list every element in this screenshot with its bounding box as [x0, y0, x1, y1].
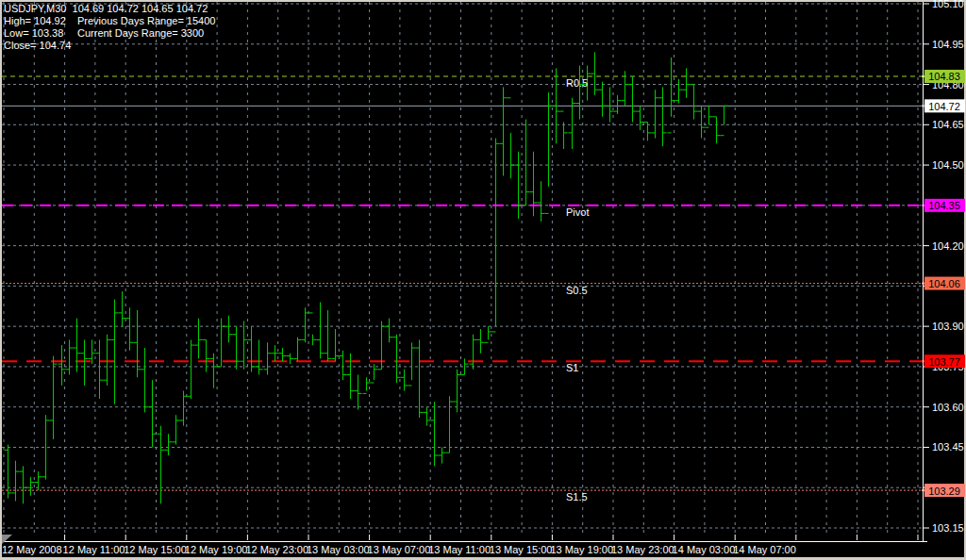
ohlc-bar: [233, 326, 241, 370]
current-days-range: Current Days Range= 3300: [77, 27, 204, 40]
price-tick-label: 103.45: [932, 441, 964, 453]
ohlc-bar: [408, 342, 416, 386]
ohlc-bar: [325, 310, 332, 361]
ohlc-bar: [188, 339, 195, 399]
ohlc-bar: [515, 152, 523, 219]
ohlc-bar: [126, 307, 134, 351]
time-tick-label: 12 May 11:00: [63, 544, 125, 555]
time-tick-label: 12 May 15:00: [124, 544, 187, 555]
price-bars-layer: [5, 52, 728, 503]
ohlc-bar: [104, 335, 111, 386]
ohlc-bar: [241, 321, 248, 370]
ohlc-bar: [454, 370, 461, 413]
time-tick-label: 13 May 07:00: [368, 544, 431, 555]
ohlc-bar: [500, 87, 508, 175]
info-panel: USDJPY,M30 104.69 104.72 104.65 104.72 H…: [4, 3, 208, 52]
high-range-line: High= 104.92Previous Days Range= 15400: [4, 15, 208, 27]
time-tick-label: 13 May 03:00: [307, 544, 370, 555]
ohlc-bar: [256, 339, 263, 374]
ohlc-bar: [50, 356, 58, 439]
time-tick-label: 13 May 23:00: [611, 544, 675, 555]
ohlc-bar: [683, 68, 691, 97]
ohlc-bar: [66, 339, 74, 374]
price-badge-label-pivot: 104.35: [928, 200, 960, 211]
ohlc-bar: [210, 354, 218, 388]
price-tick-label: 103.15: [932, 522, 964, 534]
level-label-r05: R0.5: [566, 77, 588, 89]
ohlc-bar: [119, 291, 126, 326]
ohlc-bar: [545, 92, 553, 213]
low-value: Low= 103.38: [4, 27, 63, 39]
ohlc-bar: [713, 117, 721, 144]
ohlc-bar: [439, 448, 446, 464]
low-range-line: Low= 103.38Current Days Range= 3300: [4, 27, 208, 40]
symbol-ohlc-line: USDJPY,M30 104.69 104.72 104.65 104.72: [4, 3, 208, 15]
ohlc-bar: [142, 348, 149, 412]
price-badge-label-r05: 104.83: [928, 71, 960, 82]
ohlc-bar: [721, 106, 728, 135]
ohlc-bar: [218, 319, 225, 367]
ohlc-bar: [644, 123, 652, 141]
ohlc-bar: [158, 426, 165, 504]
ohlc-bar: [523, 120, 530, 206]
ohlc-bar: [446, 396, 454, 453]
ohlc-bar: [173, 415, 180, 444]
ohlc-bar: [317, 303, 325, 359]
previous-days-range: Previous Days Range= 15400: [77, 15, 215, 27]
level-label-s05: S0.5: [566, 285, 588, 296]
ohlc-bar: [149, 380, 157, 447]
time-tick-label: 12 May 2008: [2, 544, 62, 555]
ohlc-bar: [477, 329, 485, 354]
ohlc-bar: [111, 300, 119, 404]
ohlc-bar: [225, 316, 233, 343]
ohlc-bar: [264, 342, 272, 374]
ohlc-bar: [355, 375, 362, 410]
price-axis[interactable]: 105.10104.95104.80104.65104.50104.20103.…: [922, 0, 965, 534]
ohlc-bar: [508, 98, 515, 179]
price-tick-label: 104.20: [932, 240, 964, 252]
time-tick-label: 14 May 03:00: [673, 544, 736, 555]
ohlc-bar: [560, 111, 568, 149]
ohlc-bar: [431, 402, 439, 466]
time-tick-label: 12 May 19:00: [185, 544, 248, 555]
time-tick-label: 13 May 19:00: [550, 544, 613, 555]
ohlc-bar: [180, 391, 188, 426]
ohlc-bar: [470, 335, 477, 370]
price-tick-label: 104.50: [932, 159, 964, 171]
ohlc-bar: [599, 82, 607, 117]
time-axis[interactable]: 12 May 200812 May 11:0012 May 15:0012 Ma…: [2, 535, 918, 555]
close-line: Close= 104.74: [4, 40, 208, 52]
ohlc-bar: [96, 339, 104, 399]
ohlc-bar: [629, 76, 637, 123]
ohlc-bar: [203, 339, 210, 371]
high-value: High= 104.92: [4, 15, 66, 26]
ohlc-bar: [302, 307, 309, 342]
price-badge-label-s15: 103.29: [928, 486, 960, 497]
level-label-s1: S1: [566, 362, 578, 373]
ohlc-bar: [386, 319, 393, 343]
time-tick-label: 13 May 15:00: [490, 544, 553, 555]
price-tick-label: 104.65: [932, 119, 964, 130]
chart-canvas[interactable]: R0.5PivotS0.5S1S1.5105.10104.95104.80104…: [0, 0, 966, 560]
ohlc-bar: [659, 87, 667, 146]
chart-window: R0.5PivotS0.5S1S1.5105.10104.95104.80104…: [0, 0, 966, 560]
ohlc-bar: [332, 329, 340, 361]
ohlc-bar: [74, 319, 81, 372]
price-badge-label-price: 104.72: [928, 101, 960, 112]
ohlc-bar: [81, 339, 89, 386]
ohlc-bar: [530, 152, 538, 217]
price-tick-label: 103.90: [932, 321, 964, 332]
price-badge-label-s1: 103.77: [928, 356, 960, 368]
ohlc-bar: [393, 335, 401, 383]
price-tick-label: 105.10: [932, 0, 964, 9]
ohlc-bar: [637, 106, 644, 130]
ohlc-bar: [698, 106, 706, 138]
time-tick-label: 13 May 11:00: [428, 544, 491, 555]
ohlc-bar: [165, 434, 173, 455]
ohlc-bar: [35, 471, 42, 490]
ohlc-bar: [607, 87, 614, 122]
price-tick-label: 104.95: [932, 39, 964, 50]
level-label-pivot: Pivot: [566, 206, 589, 218]
ohlc-bar: [287, 354, 294, 364]
ohlc-bar: [294, 338, 302, 362]
